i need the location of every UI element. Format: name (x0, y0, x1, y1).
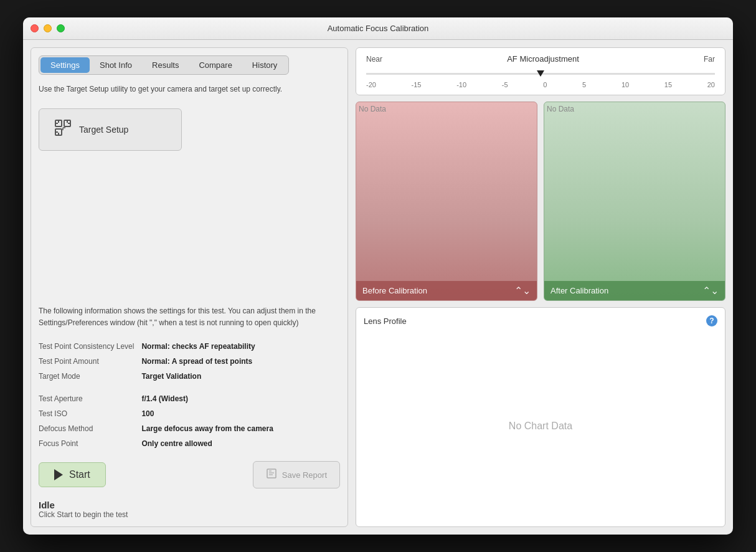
before-image-content (356, 115, 537, 300)
slider-label-n15: -15 (412, 81, 422, 88)
label-test-point-amount: Test Point Amount (39, 355, 134, 368)
tab-results[interactable]: Results (142, 57, 189, 73)
slider-header: Near AF Microadjustment Far (366, 54, 715, 64)
slider-label-n10: -10 (456, 81, 466, 88)
images-row: No Data Before Calibration ⌃⌄ No Data Af… (356, 102, 725, 301)
after-dropdown-arrow-icon: ⌃⌄ (702, 285, 719, 297)
label-test-aperture: Test Aperture (39, 393, 134, 405)
target-icon (54, 119, 72, 140)
slider-label-0: 0 (543, 81, 547, 88)
tab-bar: Settings Shot Info Results Compare Histo… (39, 55, 289, 75)
svg-rect-11 (267, 469, 276, 478)
before-dropdown[interactable]: Before Calibration ⌃⌄ (356, 281, 537, 300)
tab-compare[interactable]: Compare (189, 57, 242, 73)
before-no-data: No Data (356, 102, 537, 115)
value-test-point-amount: Normal: A spread of test points (141, 355, 340, 368)
lens-profile-panel: Lens Profile ? No Chart Data (356, 307, 725, 527)
slider-label-n5: -5 (502, 81, 508, 88)
label-focus-point: Focus Point (39, 437, 134, 450)
slider-labels: -20 -15 -10 -5 0 5 10 15 20 (366, 81, 715, 88)
settings-grid: Test Point Consistency Level Normal: che… (39, 340, 340, 450)
label-target-mode: Target Mode (39, 370, 134, 383)
slider-label-n20: -20 (366, 81, 376, 88)
slider-label-20: 20 (707, 81, 715, 88)
label-test-iso: Test ISO (39, 407, 134, 420)
content-area: Settings Shot Info Results Compare Histo… (23, 40, 733, 535)
slider-label-10: 10 (621, 81, 629, 88)
before-calibration-panel: No Data Before Calibration ⌃⌄ (356, 102, 537, 301)
save-icon (266, 468, 277, 482)
slider-track-container[interactable] (366, 67, 715, 80)
slider-label-15: 15 (664, 81, 672, 88)
save-report-label: Save Report (282, 470, 327, 480)
lens-profile-title: Lens Profile (364, 316, 407, 326)
value-focus-point: Only centre allowed (141, 437, 340, 450)
no-chart-data: No Chart Data (509, 421, 572, 432)
before-dropdown-arrow-icon: ⌃⌄ (514, 285, 531, 297)
save-report-button[interactable]: Save Report (253, 461, 340, 488)
label-test-point-consistency: Test Point Consistency Level (39, 340, 134, 353)
maximize-button[interactable] (57, 24, 65, 32)
settings-description: Use the Target Setup utility to get your… (39, 81, 340, 97)
value-test-point-consistency: Normal: checks AF repeatability (141, 340, 340, 353)
left-panel: Settings Shot Info Results Compare Histo… (31, 47, 348, 527)
right-panel: Near AF Microadjustment Far -20 -15 -10 … (356, 47, 725, 527)
start-button[interactable]: Start (39, 462, 106, 487)
status-idle: Idle (39, 500, 340, 510)
info-text: The following information shows the sett… (39, 305, 340, 329)
status-bar: Idle Click Start to begin the test (39, 500, 340, 519)
status-sub: Click Start to begin the test (39, 510, 340, 519)
value-defocus-method: Large defocus away from the camera (141, 422, 340, 435)
after-dropdown[interactable]: After Calibration ⌃⌄ (544, 281, 725, 300)
lens-profile-header: Lens Profile ? (364, 315, 717, 326)
slider-title: AF Microadjustment (507, 54, 579, 64)
before-dropdown-label: Before Calibration (362, 286, 427, 295)
after-no-data: No Data (544, 102, 725, 115)
minimize-button[interactable] (44, 24, 52, 32)
after-image-content (544, 115, 725, 300)
value-target-mode: Target Validation (141, 370, 340, 383)
main-window: Automatic Focus Calibration Settings Sho… (23, 17, 733, 535)
after-calibration-panel: No Data After Calibration ⌃⌄ (544, 102, 725, 301)
slider-thumb (537, 70, 544, 77)
target-setup-button[interactable]: Target Setup (39, 108, 182, 151)
traffic-lights (31, 24, 65, 32)
close-button[interactable] (31, 24, 39, 32)
slider-near-label: Near (366, 55, 382, 64)
value-test-aperture: f/1.4 (Widest) (141, 393, 340, 405)
after-dropdown-label: After Calibration (550, 286, 608, 295)
slider-far-label: Far (704, 55, 715, 64)
slider-track (366, 73, 715, 75)
lens-profile-content: No Chart Data (364, 333, 717, 519)
slider-label-5: 5 (582, 81, 586, 88)
tab-settings[interactable]: Settings (40, 57, 90, 73)
label-defocus-method: Defocus Method (39, 422, 134, 435)
start-label: Start (69, 469, 90, 480)
value-test-iso: 100 (141, 407, 340, 420)
tab-shot-info[interactable]: Shot Info (90, 57, 142, 73)
target-setup-label: Target Setup (79, 125, 128, 135)
titlebar: Automatic Focus Calibration (23, 17, 733, 40)
bottom-bar: Start Save Report (39, 456, 340, 488)
help-icon[interactable]: ? (706, 315, 717, 326)
slider-panel: Near AF Microadjustment Far -20 -15 -10 … (356, 47, 725, 95)
window-title: Automatic Focus Calibration (328, 24, 429, 33)
tab-history[interactable]: History (242, 57, 287, 73)
play-icon (54, 469, 63, 480)
